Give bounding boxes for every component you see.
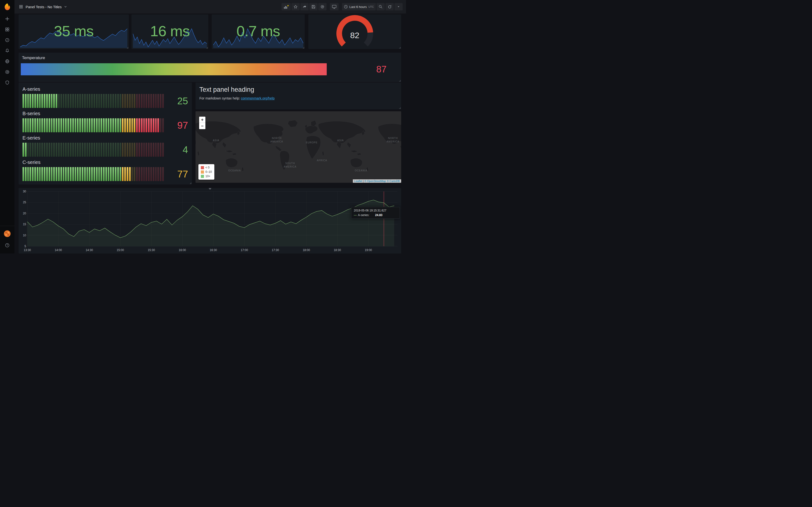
zoom-in-button[interactable]: + xyxy=(199,117,205,123)
lcd-cell xyxy=(94,143,95,157)
lcd-cell xyxy=(53,94,55,108)
panel-resize-handle[interactable] xyxy=(190,182,191,184)
lcd-cell xyxy=(56,118,57,132)
tooltip-series-label: A-series: xyxy=(358,213,369,217)
lcd-cell xyxy=(150,94,152,108)
map-canvas[interactable]: ASIANORTH AMERICAEUROPEASIAAFRICASOUTH A… xyxy=(196,111,401,183)
x-axis-tick-label: 16:30 xyxy=(208,248,219,252)
lcd-cell xyxy=(162,143,164,157)
lcd-cell xyxy=(72,167,74,181)
lcd-cell xyxy=(122,167,123,181)
lcd-cell xyxy=(134,94,135,108)
panel-title[interactable]: Temperature xyxy=(18,53,45,60)
lcd-cell xyxy=(89,118,90,132)
lcd-cell xyxy=(60,143,62,157)
bar-gauge-value: 97 xyxy=(164,120,188,130)
sidebar-item-alerting[interactable] xyxy=(0,45,14,56)
lcd-cell xyxy=(75,167,77,181)
lcd-cell xyxy=(143,167,145,181)
share-dashboard-button[interactable] xyxy=(300,3,309,10)
lcd-cell xyxy=(94,94,95,108)
lcd-cell xyxy=(75,94,77,108)
lcd-cell xyxy=(148,94,150,108)
lcd-cell xyxy=(72,94,74,108)
lcd-cell xyxy=(27,118,29,132)
bar-gauge-cells xyxy=(22,94,164,108)
bar-gauge-value: 25 xyxy=(164,96,188,106)
cycle-view-mode-button[interactable] xyxy=(330,3,339,10)
stat-value: 16 ms xyxy=(132,14,208,49)
lcd-cell xyxy=(146,94,147,108)
leaflet-link[interactable]: Leaflet xyxy=(354,180,362,182)
lcd-cell xyxy=(148,167,150,181)
navbar: Panel Tests - No Titles Last 6 hours UTC xyxy=(14,0,406,13)
compass-icon xyxy=(5,38,10,43)
y-axis-tick-label: 15 xyxy=(19,223,26,226)
timeseries-chart[interactable] xyxy=(18,188,401,253)
zoom-out-time-button[interactable] xyxy=(376,3,385,10)
lcd-cell xyxy=(44,94,45,108)
sidebar-item-explore[interactable] xyxy=(0,35,14,45)
lcd-cell xyxy=(141,94,143,108)
sidebar-item-profile[interactable] xyxy=(0,228,14,239)
sidebar-item-configuration[interactable] xyxy=(0,67,14,77)
tooltip-timestamp: 2019-05-06 19:15:31.627 xyxy=(354,209,397,212)
panel-menu-caret[interactable] xyxy=(209,188,211,191)
lcd-cell xyxy=(70,167,71,181)
lcd-cell xyxy=(157,118,159,132)
share-icon xyxy=(302,5,307,9)
temperature-bar xyxy=(21,63,327,75)
lcd-cell xyxy=(63,94,64,108)
lcd-cell xyxy=(60,167,62,181)
sidebar-item-help[interactable]: ? xyxy=(0,240,14,250)
text-panel-heading: Text panel heading xyxy=(199,86,397,94)
lcd-cell xyxy=(153,143,154,157)
panel-resize-handle[interactable] xyxy=(399,80,401,81)
star-icon xyxy=(293,5,298,9)
cartodb-link[interactable]: © CartoDB xyxy=(387,180,400,182)
sidebar-nav xyxy=(0,13,14,88)
gear-icon xyxy=(320,5,324,9)
lcd-cell xyxy=(34,94,36,108)
dashboards-grid-icon xyxy=(5,27,10,32)
sidebar-item-create[interactable] xyxy=(0,13,14,24)
save-dashboard-button[interactable] xyxy=(309,3,317,10)
markdown-help-link[interactable]: commonmark.org/help xyxy=(241,96,274,100)
lcd-cell xyxy=(63,167,64,181)
shield-icon xyxy=(5,80,10,85)
panel-resize-handle[interactable] xyxy=(399,47,401,49)
openstreetmap-link[interactable]: © OpenStreetMap xyxy=(364,180,386,182)
sidebar: ? xyxy=(0,0,14,253)
chevron-down-icon[interactable] xyxy=(64,5,67,8)
add-panel-button[interactable] xyxy=(282,3,291,10)
zoom-out-button[interactable]: − xyxy=(199,123,205,129)
refresh-interval-dropdown[interactable] xyxy=(394,3,403,10)
time-range-label: Last 6 hours xyxy=(349,5,367,9)
lcd-cell xyxy=(110,94,112,108)
star-dashboard-button[interactable] xyxy=(292,3,300,10)
lcd-cell xyxy=(146,118,147,132)
sidebar-item-server-admin[interactable] xyxy=(0,77,14,88)
time-picker-button[interactable]: Last 6 hours UTC xyxy=(342,3,376,10)
lcd-cell xyxy=(91,143,93,157)
dashboard-title[interactable]: Panel Tests - No Titles xyxy=(26,5,62,9)
lcd-cell xyxy=(84,143,86,157)
lcd-cell xyxy=(153,94,154,108)
lcd-cell xyxy=(91,94,93,108)
lcd-cell xyxy=(162,167,164,181)
sidebar-item-dashboards[interactable] xyxy=(0,24,14,35)
lcd-cell xyxy=(79,143,81,157)
globe-icon xyxy=(5,59,10,64)
lcd-cell xyxy=(27,94,29,108)
lcd-cell xyxy=(32,118,34,132)
bar-gauge-b-series: B-series 97 xyxy=(22,111,188,132)
lcd-cell xyxy=(122,94,123,108)
panel-world-map: ASIANORTH AMERICAEUROPEASIAAFRICASOUTH A… xyxy=(196,111,401,183)
lcd-cell xyxy=(134,143,135,157)
panel-resize-handle[interactable] xyxy=(399,107,401,109)
refresh-button[interactable] xyxy=(386,3,394,10)
grafana-logo[interactable] xyxy=(0,0,14,13)
sidebar-item-worldmap[interactable] xyxy=(0,56,14,67)
lcd-cell xyxy=(155,94,157,108)
dashboard-settings-button[interactable] xyxy=(318,3,326,10)
